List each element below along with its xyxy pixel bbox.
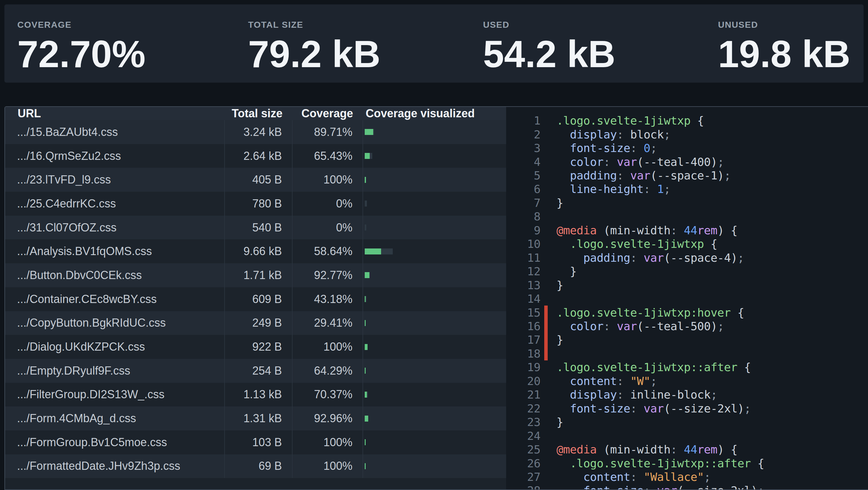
code-line: 8 xyxy=(506,210,868,223)
coverage-bar xyxy=(365,344,368,350)
file-total-size: 780 B xyxy=(225,192,292,216)
table-row[interactable]: .../FilterGroup.DI2S13W_.css1.13 kB70.37… xyxy=(5,383,506,407)
file-url[interactable]: .../23.lTvFD_l9.css xyxy=(5,168,225,192)
code-text: display: inline-block; xyxy=(557,388,717,401)
table-row[interactable]: .../23.lTvFD_l9.css405 B100% xyxy=(5,168,506,192)
coverage-marker-covered xyxy=(544,278,548,292)
coverage-bar-used xyxy=(365,129,373,135)
coverage-bar xyxy=(365,392,368,398)
code-text: color: var(--teal-500); xyxy=(557,320,724,333)
table-row[interactable]: .../Button.DbvC0CEk.css1.71 kB92.77% xyxy=(5,263,506,287)
stat-label: UNUSED xyxy=(718,20,850,30)
line-number: 19 xyxy=(506,361,540,374)
stat-value: 54.2 kB xyxy=(483,35,615,73)
code-text: content: "Wallace"; xyxy=(557,470,711,483)
code-line: 11 padding: var(--space-4); xyxy=(506,251,868,264)
table-row-partial[interactable] xyxy=(5,478,506,490)
code-text: } xyxy=(557,197,563,209)
file-total-size: 249 B xyxy=(225,311,292,335)
file-url[interactable]: .../Container.CEc8wcBY.css xyxy=(5,287,225,311)
code-text: font-size: var(--size-2xl); xyxy=(557,484,764,489)
column-header-url[interactable]: URL xyxy=(5,107,225,120)
column-header-total-size[interactable]: Total size xyxy=(225,107,292,120)
table-row[interactable]: .../31.Cl07OfOZ.css540 B0% xyxy=(5,216,506,240)
code-line: 18 xyxy=(506,347,868,361)
table-row[interactable]: .../Form.4CMbAg_d.css1.31 kB92.96% xyxy=(5,406,506,430)
coverage-bar-cell xyxy=(363,287,506,311)
coverage-marker-uncovered xyxy=(544,319,548,333)
file-url[interactable]: .../31.Cl07OfOZ.css xyxy=(5,216,225,240)
file-url[interactable]: .../Empty.DRyulf9F.css xyxy=(5,359,225,383)
file-coverage-percent: 64.29% xyxy=(292,359,363,383)
table-row[interactable]: .../16.QrmSeZu2.css2.64 kB65.43% xyxy=(5,144,506,168)
coverage-bar xyxy=(365,129,374,135)
coverage-bar-cell xyxy=(363,359,506,383)
file-url[interactable]: .../FormGroup.Bv1C5moe.css xyxy=(5,430,225,454)
coverage-marker-covered xyxy=(544,402,548,415)
file-coverage-percent: 92.77% xyxy=(292,263,363,287)
file-coverage-percent: 58.64% xyxy=(292,239,363,263)
coverage-marker-covered xyxy=(544,251,548,264)
file-coverage-percent: 70.37% xyxy=(292,383,363,407)
code-text: @media (min-width: 44rem) { xyxy=(557,224,737,237)
code-line: 1.logo.svelte-1jiwtxp { xyxy=(506,114,868,127)
code-text: .logo.svelte-1jiwtxp { xyxy=(557,114,704,127)
table-row[interactable]: .../Container.CEc8wcBY.css609 B43.18% xyxy=(5,287,506,311)
table-row[interactable]: .../FormGroup.Bv1C5moe.css103 B100% xyxy=(5,430,506,454)
table-row[interactable]: .../Analysis.BV1fqOMS.css9.66 kB58.64% xyxy=(5,239,506,263)
table-row[interactable]: .../25.C4edrrKC.css780 B0% xyxy=(5,192,506,216)
coverage-bar-used xyxy=(365,368,366,374)
coverage-bar-used xyxy=(365,415,368,422)
file-table-header: URL Total size Coverage Coverage visuali… xyxy=(5,107,506,120)
table-row[interactable]: .../FormattedDate.JHv9Zh3p.css69 B100% xyxy=(5,454,506,478)
table-row[interactable]: .../15.BaZAUbt4.css3.24 kB89.71% xyxy=(5,120,506,144)
summary-stats-panel: COVERAGE72.70%TOTAL SIZE79.2 kBUSED54.2 … xyxy=(4,4,864,83)
code-viewer[interactable]: 1.logo.svelte-1jiwtxp {2 display: block;… xyxy=(506,107,868,489)
code-text: .logo.svelte-1jiwtxp::after { xyxy=(557,361,751,374)
file-url[interactable]: .../CopyButton.BgkRIdUC.css xyxy=(5,311,225,335)
file-url[interactable]: .../16.QrmSeZu2.css xyxy=(5,144,225,168)
coverage-bar-used xyxy=(365,344,368,350)
line-number: 6 xyxy=(506,182,540,196)
code-line: 17} xyxy=(506,333,868,347)
stat-total-size: TOTAL SIZE79.2 kB xyxy=(248,20,380,83)
file-url[interactable]: .../15.BaZAUbt4.css xyxy=(5,120,225,144)
coverage-marker-covered xyxy=(544,210,548,223)
line-number: 24 xyxy=(506,429,540,442)
coverage-marker-uncovered xyxy=(544,333,548,347)
file-url[interactable]: .../FormattedDate.JHv9Zh3p.css xyxy=(5,454,225,478)
line-number: 13 xyxy=(506,279,540,292)
stat-label: USED xyxy=(483,20,615,30)
line-number: 11 xyxy=(506,251,540,264)
coverage-bar-cell xyxy=(363,216,506,240)
stat-label: TOTAL SIZE xyxy=(248,20,380,30)
code-text: display: block; xyxy=(557,128,671,141)
code-text: .logo.svelte-1jiwtxp { xyxy=(557,237,717,250)
table-row[interactable]: .../Empty.DRyulf9F.css254 B64.29% xyxy=(5,359,506,383)
file-url[interactable]: .../Button.DbvC0CEk.css xyxy=(5,263,225,287)
file-url[interactable]: .../Form.4CMbAg_d.css xyxy=(5,406,225,430)
coverage-bar xyxy=(365,201,367,206)
coverage-bar-used xyxy=(365,463,366,469)
coverage-bar-cell xyxy=(363,311,506,335)
stat-used: USED54.2 kB xyxy=(483,20,615,83)
code-text: font-size: var(--size-2xl); xyxy=(557,402,751,415)
stat-unused: UNUSED19.8 kB xyxy=(718,20,850,83)
file-coverage-percent: 100% xyxy=(292,430,363,454)
file-url[interactable]: .../Dialog.UKdKZPCK.css xyxy=(5,335,225,359)
code-text: line-height: 1; xyxy=(557,182,671,196)
file-url[interactable]: .../25.C4edrrKC.css xyxy=(5,192,225,216)
code-line: 25@media (min-width: 44rem) { xyxy=(506,443,868,456)
table-row[interactable]: .../Dialog.UKdKZPCK.css922 B100% xyxy=(5,335,506,359)
file-url[interactable]: .../FilterGroup.DI2S13W_.css xyxy=(5,383,225,407)
coverage-bar-cell xyxy=(363,239,506,263)
coverage-bar-cell xyxy=(363,454,506,478)
coverage-marker-covered xyxy=(544,196,548,210)
stat-value: 72.70% xyxy=(17,35,146,73)
column-header-coverage[interactable]: Coverage xyxy=(292,107,363,120)
table-row[interactable]: .../CopyButton.BgkRIdUC.css249 B29.41% xyxy=(5,311,506,335)
file-url[interactable]: .../Analysis.BV1fqOMS.css xyxy=(5,239,225,263)
coverage-marker-covered xyxy=(544,374,548,388)
coverage-bar xyxy=(365,225,366,230)
coverage-marker-uncovered xyxy=(544,306,548,319)
